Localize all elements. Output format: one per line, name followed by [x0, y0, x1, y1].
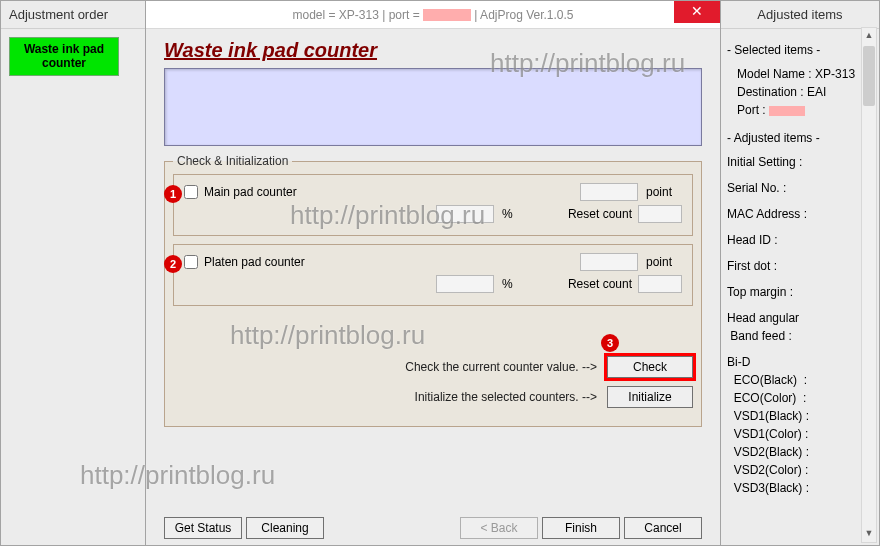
cleaning-button[interactable]: Cleaning [246, 517, 324, 539]
destination-line: Destination : EAI [727, 83, 873, 101]
reset-count-label: Reset count [568, 207, 632, 221]
log-listbox[interactable] [164, 68, 702, 146]
adjusted-item: VSD1(Black) : [727, 407, 873, 425]
cancel-button[interactable]: Cancel [624, 517, 702, 539]
check-hint: Check the current counter value. --> [405, 360, 597, 374]
main-pad-block: 1 Main pad counter point % Reset count [173, 174, 693, 236]
get-status-button[interactable]: Get Status [164, 517, 242, 539]
adjustment-order-title: Adjustment order [1, 1, 145, 29]
titlebar: model = XP-313 | port = | AdjProg Ver.1.… [146, 1, 720, 29]
adjusted-item: Initial Setting : [727, 153, 873, 171]
platen-pad-label: Platen pad counter [204, 255, 305, 269]
model-name-line: Model Name : XP-313 [727, 65, 873, 83]
reset-count-label-2: Reset count [568, 277, 632, 291]
main-window: model = XP-313 | port = | AdjProg Ver.1.… [146, 0, 720, 546]
adjusted-item: Top margin : [727, 283, 873, 301]
point-label-2: point [646, 255, 682, 269]
check-init-group: Check & Initialization 1 Main pad counte… [164, 154, 702, 427]
annotation-badge-1: 1 [164, 185, 182, 203]
selected-items-header: - Selected items - [727, 41, 873, 59]
adjusted-items-body: - Selected items - Model Name : XP-313 D… [721, 29, 879, 505]
adjustment-order-panel: Adjustment order Waste ink pad counter [0, 0, 146, 546]
bottom-button-bar: Get Status Cleaning < Back Finish Cancel [164, 517, 702, 539]
main-pad-point-field [580, 183, 638, 201]
adjusted-item: Head angular [727, 309, 873, 327]
adjusted-item: ECO(Color) : [727, 389, 873, 407]
port-redacted-right [769, 106, 805, 116]
main-pad-label: Main pad counter [204, 185, 297, 199]
adjusted-item: VSD2(Black) : [727, 443, 873, 461]
finish-button[interactable]: Finish [542, 517, 620, 539]
platen-pad-percent-field [436, 275, 494, 293]
initialize-hint: Initialize the selected counters. --> [415, 390, 597, 404]
scroll-down-icon[interactable]: ▼ [862, 526, 876, 542]
scrollbar[interactable]: ▲ ▼ [861, 27, 877, 543]
percent-label: % [502, 207, 538, 221]
adjusted-item: MAC Address : [727, 205, 873, 223]
adjusted-item: Head ID : [727, 231, 873, 249]
port-redacted [423, 9, 471, 21]
port-line: Port : [727, 101, 873, 119]
adjusted-item: Band feed : [727, 327, 873, 345]
adjusted-items-title: Adjusted items [721, 1, 879, 29]
titlebar-text: model = XP-313 | port = | AdjProg Ver.1.… [292, 8, 573, 22]
adjusted-item: First dot : [727, 257, 873, 275]
waste-ink-pad-counter-item[interactable]: Waste ink pad counter [9, 37, 119, 76]
platen-pad-point-field [580, 253, 638, 271]
adjusted-item: VSD2(Color) : [727, 461, 873, 479]
check-button[interactable]: Check [607, 356, 693, 378]
main-pad-percent-field [436, 205, 494, 223]
adjusted-item: VSD1(Color) : [727, 425, 873, 443]
main-pad-reset-field [638, 205, 682, 223]
adjusted-item: VSD3(Black) : [727, 479, 873, 497]
platen-pad-block: 2 Platen pad counter point % Reset count [173, 244, 693, 306]
page-title: Waste ink pad counter [164, 39, 702, 62]
close-button[interactable]: ✕ [674, 1, 720, 23]
main-pad-checkbox[interactable] [184, 185, 198, 199]
scroll-up-icon[interactable]: ▲ [862, 28, 876, 44]
percent-label-2: % [502, 277, 538, 291]
adjusted-item: Bi-D [727, 353, 873, 371]
annotation-badge-3: 3 [601, 334, 619, 352]
adjusted-item: ECO(Black) : [727, 371, 873, 389]
initialize-button[interactable]: Initialize [607, 386, 693, 408]
scroll-thumb[interactable] [863, 46, 875, 106]
group-legend: Check & Initialization [173, 154, 292, 168]
adjusted-items-header: - Adjusted items - [727, 129, 873, 147]
adjusted-items-panel: Adjusted items - Selected items - Model … [720, 0, 880, 546]
point-label: point [646, 185, 682, 199]
platen-pad-checkbox[interactable] [184, 255, 198, 269]
annotation-badge-2: 2 [164, 255, 182, 273]
back-button[interactable]: < Back [460, 517, 538, 539]
platen-pad-reset-field [638, 275, 682, 293]
adjusted-item: Serial No. : [727, 179, 873, 197]
